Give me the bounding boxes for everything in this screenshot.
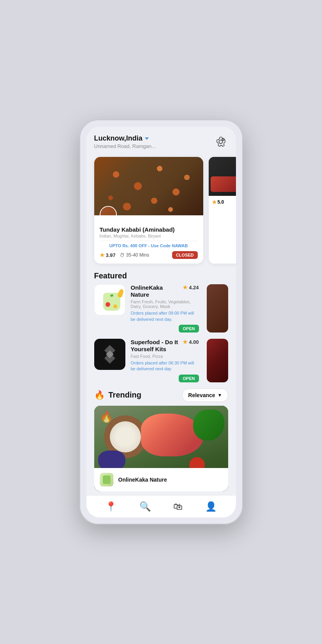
nav-cart[interactable]: 🛍 — [173, 501, 183, 512]
star-icon: ★ — [100, 252, 105, 258]
home-pin-icon: 📍 — [105, 501, 117, 512]
kababi-rating: ★ 3.97 — [100, 252, 116, 258]
nav-profile[interactable]: 👤 — [205, 501, 217, 512]
city-text: Lucknow,India — [94, 134, 143, 143]
superfood-note: Orders placed after 06:30 PM will be del… — [131, 360, 199, 372]
nature-tags: Farm Fresh, Fruits, Vegetables, Dairy, G… — [131, 299, 199, 309]
kababi-time: ⏱ 35-40 Mins — [120, 252, 149, 258]
gear-icon — [215, 135, 227, 148]
superfood-name: Superfood - Do It Yourself Kits — [131, 339, 183, 353]
phone-screen: Lucknow,India Unnamed Road, Ramgan... — [86, 127, 236, 517]
svg-point-0 — [219, 140, 222, 143]
nature-note: Orders placed after 09:00 PM will be del… — [131, 310, 199, 322]
phone-frame: Lucknow,India Unnamed Road, Ramgan... — [79, 120, 243, 524]
superfood-s-logo — [98, 343, 121, 366]
trending-title: Trending — [109, 391, 141, 399]
kababi-cuisine: Indian, Mughlai, Kebabs, Biryani — [100, 234, 198, 238]
partial-card[interactable]: ★ 5.0 — [209, 157, 236, 264]
partial-rating: ★ 5.0 — [212, 199, 236, 205]
cart-icon: 🛍 — [173, 501, 183, 512]
bottom-nav: 📍 🔍 🛍 👤 — [86, 495, 236, 517]
settings-button[interactable] — [213, 134, 228, 149]
nature-rating: ★ 4.24 — [183, 284, 199, 290]
kababi-card-info: Tunday Kababi (Aminabad) Indian, Mughlai… — [94, 215, 203, 264]
fire-icon: 🔥 — [94, 390, 105, 400]
app-header: Lucknow,India Unnamed Road, Ramgan... — [86, 127, 236, 153]
kababi-meta: ★ 3.97 ⏱ 35-40 Mins CLOSED — [100, 251, 198, 259]
featured-section-title: Featured — [86, 269, 236, 284]
superfood-logo — [94, 339, 125, 370]
kababi-status-badge: CLOSED — [172, 251, 198, 259]
profile-icon: 👤 — [205, 501, 217, 512]
kababi-logo-inner — [100, 207, 116, 215]
nav-home[interactable]: 📍 — [105, 501, 117, 512]
kababi-name: Tunday Kababi (Aminabad) — [100, 226, 198, 233]
nature-peek-image — [207, 284, 228, 333]
nature-name: OnlineKaka Nature — [131, 284, 183, 298]
trending-header: 🔥 Trending Relevance ▼ — [86, 382, 236, 406]
location-city[interactable]: Lucknow,India — [94, 134, 156, 143]
relevance-label: Relevance — [188, 392, 215, 398]
star-icon-superfood: ★ — [183, 339, 188, 345]
nature-logo — [94, 284, 125, 315]
superfood-rating: ★ 4.00 — [183, 339, 199, 345]
featured-list: OnlineKaka Nature ★ 4.24 Farm Fresh, Fru… — [86, 284, 236, 382]
kababi-rating-value: 3.97 — [106, 252, 116, 258]
kababi-delivery-time: 35-40 Mins — [126, 252, 149, 258]
superfood-tags: Fast Food, Pizza — [131, 354, 199, 359]
kababi-offer: UPTO Rs. 400 OFF - Use Code NAWAB — [100, 241, 198, 248]
superfood-header: Superfood - Do It Yourself Kits ★ 4.00 — [131, 339, 199, 353]
location-address: Unnamed Road, Ramgan... — [94, 143, 156, 149]
nature-content: OnlineKaka Nature ★ 4.24 Farm Fresh, Fru… — [131, 284, 199, 333]
superfood-footer: OPEN — [131, 375, 199, 382]
featured-item-superfood[interactable]: Superfood - Do It Yourself Kits ★ 4.00 F… — [94, 339, 228, 382]
partial-card-image — [209, 157, 236, 196]
star-icon-nature: ★ — [183, 284, 188, 290]
relevance-chevron-icon: ▼ — [218, 392, 222, 398]
location-block[interactable]: Lucknow,India Unnamed Road, Ramgan... — [94, 134, 156, 149]
trending-card-name: OnlineKaka Nature — [118, 477, 167, 483]
star-icon-partial: ★ — [212, 199, 217, 205]
superfood-peek-image — [207, 339, 228, 382]
trending-fire-icon-overlay: 🔥 — [100, 410, 113, 423]
superfood-status-badge: OPEN — [179, 375, 199, 382]
trending-bottom-logo — [100, 473, 114, 487]
superfood-rating-value: 4.00 — [189, 339, 199, 345]
partial-rating-value: 5.0 — [218, 199, 224, 205]
trending-card[interactable]: 🔥 OnlineKaka Nature — [94, 406, 228, 491]
location-chevron-icon — [145, 137, 149, 140]
trending-left: 🔥 Trending — [94, 390, 141, 400]
nature-footer: OPEN — [131, 325, 199, 333]
nature-header: OnlineKaka Nature ★ 4.24 — [131, 284, 199, 298]
kababi-card-image — [94, 157, 203, 215]
superfood-content: Superfood - Do It Yourself Kits ★ 4.00 F… — [131, 339, 199, 382]
nature-rating-value: 4.24 — [189, 285, 199, 290]
nature-status-badge: OPEN — [179, 325, 199, 333]
nature-logo-content — [98, 288, 121, 311]
relevance-button[interactable]: Relevance ▼ — [182, 389, 228, 402]
bottom-spacer — [86, 491, 236, 495]
kababi-card[interactable]: Tunday Kababi (Aminabad) Indian, Mughlai… — [94, 157, 203, 264]
restaurant-cards-scroll[interactable]: Tunday Kababi (Aminabad) Indian, Mughlai… — [86, 153, 236, 269]
featured-item-nature[interactable]: OnlineKaka Nature ★ 4.24 Farm Fresh, Fru… — [94, 284, 228, 333]
partial-card-bottom: ★ 5.0 — [209, 196, 236, 208]
clock-icon: ⏱ — [120, 252, 125, 258]
trending-card-bottom: OnlineKaka Nature — [94, 468, 228, 491]
search-icon: 🔍 — [139, 501, 151, 512]
nav-search[interactable]: 🔍 — [139, 501, 151, 512]
